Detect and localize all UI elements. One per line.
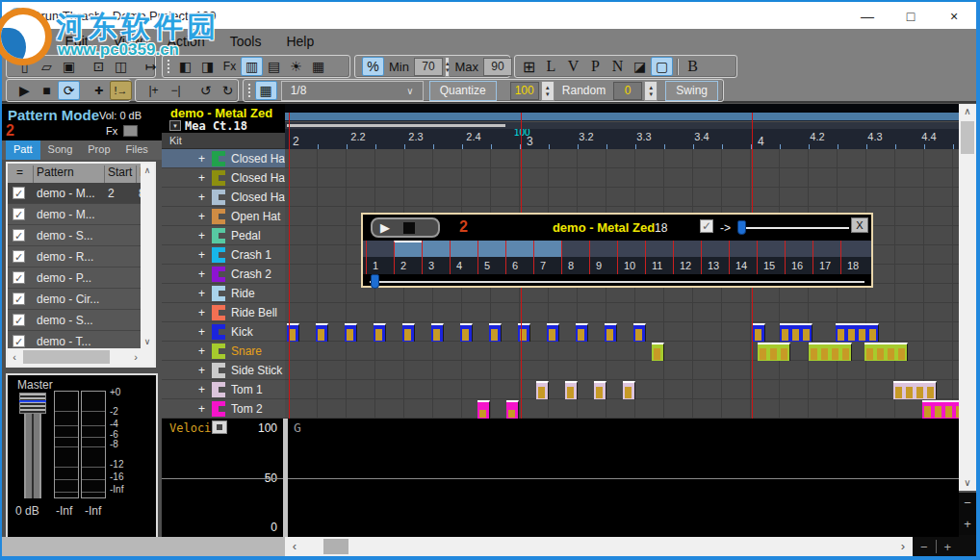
close-button[interactable]: × (939, 6, 969, 27)
expand-track-button[interactable]: + (198, 306, 205, 319)
player-measure-cell[interactable] (617, 241, 645, 257)
columns-view-icon[interactable]: ▥ (241, 57, 263, 76)
note[interactable] (780, 323, 812, 342)
pattern-row[interactable]: ✓demo - S... (8, 225, 141, 246)
horizontal-scrollbar[interactable]: ‹ › (285, 537, 913, 556)
scrollbar-thumb[interactable] (23, 350, 110, 364)
scroll-down-icon[interactable]: ∨ (141, 335, 154, 348)
random-spinner[interactable]: ▴▾ (644, 81, 658, 101)
player-measure-cell[interactable] (505, 241, 533, 257)
metronome-button[interactable]: ✚ (88, 81, 110, 100)
instrument-icon[interactable] (212, 151, 225, 166)
minimize-button[interactable]: — (852, 6, 883, 27)
player-measure-number[interactable]: 9 (589, 257, 617, 274)
track-row[interactable]: +Closed Hat (162, 168, 285, 188)
tab-properties[interactable]: Prop (80, 140, 117, 160)
velocity-ramp-icon[interactable]: % (362, 57, 384, 76)
pattern-checkbox[interactable]: ✓ (13, 314, 25, 326)
scroll-left-icon[interactable]: ‹ (8, 348, 21, 366)
pattern-checkbox[interactable]: ✓ (13, 335, 25, 347)
track-row[interactable]: +Ride Bell (162, 303, 285, 322)
eraser-tool-icon[interactable]: ◪ (629, 57, 651, 76)
rows-view-icon[interactable]: ▤ (263, 57, 285, 76)
tab-song[interactable]: Song (40, 140, 81, 160)
player-close-button[interactable]: X (851, 217, 868, 233)
instrument-icon[interactable] (212, 228, 225, 243)
note[interactable] (536, 381, 549, 399)
export-icon[interactable]: ↦ (140, 57, 162, 76)
player-measure-cell[interactable] (589, 241, 617, 257)
instrument-icon[interactable] (212, 170, 225, 186)
pattern-checkbox[interactable]: ✓ (13, 208, 25, 220)
menu-tools[interactable]: Tools (218, 29, 274, 54)
player-tempo-slider[interactable] (737, 227, 849, 229)
note[interactable] (652, 343, 664, 361)
scroll-left-icon[interactable]: ‹ (287, 537, 302, 556)
expand-track-button[interactable]: + (198, 287, 205, 300)
track-row[interactable]: +Crash 1 (162, 245, 285, 265)
follow-playhead-button[interactable]: !→ (110, 81, 132, 100)
note[interactable] (547, 323, 559, 342)
brightness-icon[interactable]: ☀ (285, 57, 307, 76)
grid-view-icon[interactable]: ▦ (307, 57, 329, 76)
expand-track-button[interactable]: + (198, 325, 205, 339)
menu-help[interactable]: Help (273, 29, 326, 54)
quantize-button[interactable]: Quantize (429, 81, 497, 101)
redo-button[interactable]: ↻ (217, 81, 239, 100)
instrument-icon[interactable] (212, 324, 225, 340)
player-measure-cell[interactable] (477, 241, 505, 257)
player-measure-cell[interactable] (673, 241, 701, 257)
instrument-icon[interactable] (212, 209, 225, 224)
note[interactable] (518, 323, 530, 342)
pattern-checkbox[interactable]: ✓ (13, 271, 25, 284)
player-measure-number[interactable]: 1 (366, 257, 394, 274)
expand-track-button[interactable]: + (198, 210, 205, 223)
line-tool[interactable]: L (540, 57, 562, 76)
player-measure-number[interactable]: 18 (840, 257, 868, 274)
pattern-checkbox[interactable]: ✓ (13, 229, 25, 242)
player-stop-button[interactable] (403, 222, 415, 234)
zoom-out-button[interactable]: − (920, 540, 928, 554)
pattern-list-vscrollbar[interactable]: ∧ ∨ (141, 164, 154, 348)
undo-button[interactable]: ↺ (194, 81, 217, 100)
expand-track-button[interactable]: + (198, 402, 205, 416)
expand-track-button[interactable]: + (198, 383, 205, 396)
add-measure-button[interactable]: |+ (142, 81, 165, 100)
pattern-checkbox[interactable]: ✓ (13, 187, 25, 199)
quantize-strength-spinner[interactable]: ▴▾ (541, 81, 554, 101)
scroll-up-icon[interactable]: ∧ (959, 104, 976, 119)
track-row[interactable]: +Ride (162, 284, 285, 303)
note[interactable] (922, 400, 959, 419)
note[interactable] (345, 323, 357, 342)
player-measure-number[interactable]: 7 (533, 257, 561, 274)
scrollbar-thumb[interactable] (323, 539, 348, 554)
progress-strip[interactable] (285, 122, 959, 129)
player-measure-cell[interactable] (840, 241, 868, 257)
player-measure-cell[interactable] (757, 241, 785, 257)
velocity-editor[interactable]: G (288, 419, 959, 537)
player-measure-number[interactable]: 3 (422, 257, 450, 274)
random-button[interactable]: Random (562, 84, 606, 97)
expand-track-button[interactable]: + (198, 171, 205, 185)
player-play-button[interactable]: ▶ (380, 220, 390, 235)
note[interactable] (758, 343, 790, 361)
panel-toggle-icon[interactable]: ◧ (174, 57, 196, 76)
player-measure-number[interactable]: 4 (450, 257, 477, 274)
track-row[interactable]: +Tom 1 (162, 380, 285, 399)
player-measure-number[interactable]: 11 (645, 257, 673, 274)
tab-files[interactable]: Files (118, 140, 156, 160)
pattern-player-window[interactable]: ▶ 2 demo - Metal Zed 18 ✓ -> X 123456789… (361, 213, 873, 288)
player-measure-cell[interactable] (422, 241, 450, 257)
player-measure-cell[interactable] (645, 241, 673, 257)
min-value-field[interactable]: 70 (414, 58, 443, 76)
track-row[interactable]: +Kick (162, 322, 285, 342)
note[interactable] (477, 400, 490, 419)
note[interactable] (576, 323, 588, 342)
new-file-icon[interactable]: ▯ (13, 57, 36, 76)
instrument-icon[interactable] (212, 247, 225, 263)
expand-track-button[interactable]: + (198, 267, 205, 281)
note[interactable] (460, 323, 473, 342)
expand-track-button[interactable]: + (198, 344, 205, 358)
pattern-list-hscrollbar[interactable]: ‹ › (8, 348, 156, 366)
pattern-row[interactable]: ✓demo - P... (8, 267, 141, 289)
